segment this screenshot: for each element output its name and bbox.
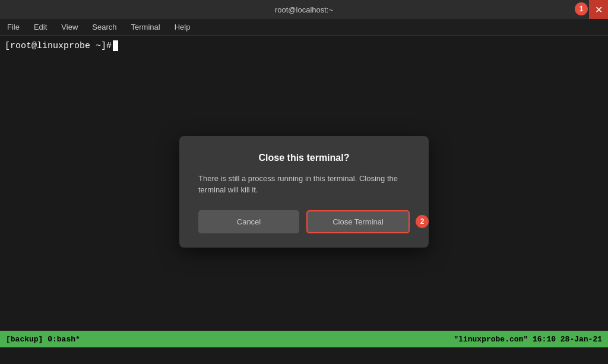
- badge-2: 2: [416, 215, 429, 228]
- menu-edit[interactable]: Edit: [31, 21, 49, 33]
- dialog-overlay: Close this terminal? There is still a pr…: [0, 36, 608, 347]
- dialog-title: Close this terminal?: [198, 153, 410, 163]
- menu-file[interactable]: File: [5, 21, 22, 33]
- menu-view[interactable]: View: [59, 21, 80, 33]
- cancel-button[interactable]: Cancel: [198, 210, 299, 233]
- window-close-button[interactable]: ✕: [589, 0, 608, 19]
- menu-bar: File Edit View Search Terminal Help: [0, 19, 608, 36]
- menu-terminal[interactable]: Terminal: [129, 21, 163, 33]
- status-bar: [backup] 0:bash* "linuxprobe.com" 16:10 …: [0, 331, 608, 347]
- menu-search[interactable]: Search: [90, 21, 119, 33]
- close-terminal-button[interactable]: Close Terminal: [306, 210, 410, 233]
- dialog-message: There is still a process running in this…: [198, 173, 410, 196]
- close-terminal-dialog: Close this terminal? There is still a pr…: [179, 136, 429, 248]
- menu-help[interactable]: Help: [172, 21, 193, 33]
- badge-1: 1: [575, 2, 588, 15]
- window-title: root@localhost:~: [275, 5, 333, 14]
- status-left: [backup] 0:bash*: [6, 335, 80, 344]
- title-bar: root@localhost:~ 1 ✕: [0, 0, 608, 19]
- dialog-buttons: Cancel Close Terminal 2: [198, 210, 410, 233]
- status-right: "linuxprobe.com" 16:10 28-Jan-21: [454, 335, 602, 344]
- terminal-body: [root@linuxprobe ~]# Close this terminal…: [0, 36, 608, 347]
